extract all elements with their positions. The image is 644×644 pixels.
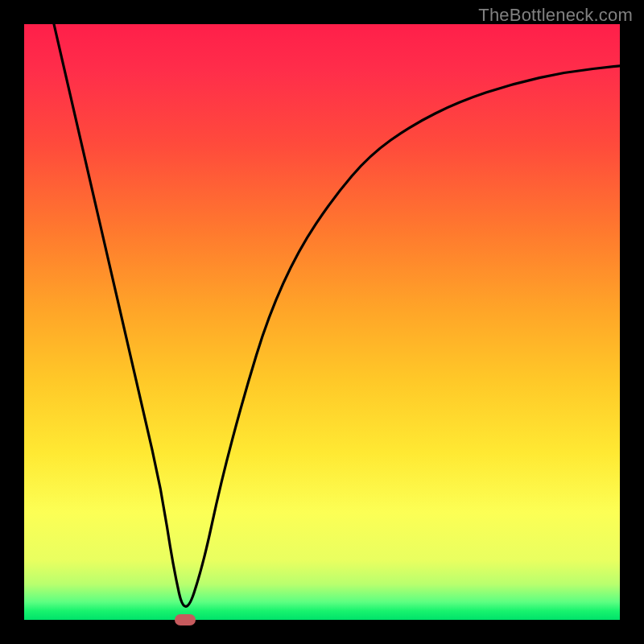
plot-area [24,24,620,620]
watermark-text: TheBottleneck.com [478,5,633,26]
chart-frame: TheBottleneck.com [0,0,644,644]
curve-svg [24,24,620,620]
bottleneck-curve [54,24,620,606]
optimum-marker [175,614,196,625]
